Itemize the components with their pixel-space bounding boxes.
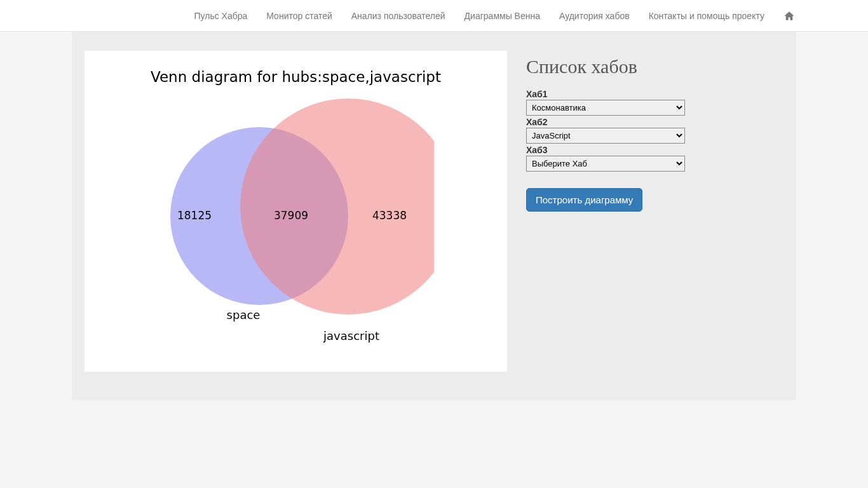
hub2-group: Хаб2 JavaScript — [526, 117, 783, 144]
nav-users[interactable]: Анализ пользователей — [342, 1, 455, 30]
sidebar-heading: Список хабов — [526, 56, 783, 78]
nav-monitor[interactable]: Монитор статей — [257, 1, 341, 30]
sidebar: Список хабов Хаб1 Космонавтика Хаб2 Java… — [526, 51, 783, 381]
nav-audience[interactable]: Аудитория хабов — [550, 1, 639, 30]
build-diagram-button[interactable]: Построить диаграмму — [526, 188, 642, 212]
main-container: Venn diagram for hubs:space,javascript 1… — [72, 32, 796, 400]
venn-diagram: 18125 37909 43338 space javascript — [154, 98, 434, 359]
hub1-select[interactable]: Космонавтика — [526, 100, 685, 116]
hub1-group: Хаб1 Космонавтика — [526, 89, 783, 116]
top-nav: Пульс Хабра Монитор статей Анализ пользо… — [0, 0, 868, 32]
hub3-label: Хаб3 — [526, 145, 783, 155]
venn-chart-panel: Venn diagram for hubs:space,javascript 1… — [85, 51, 507, 372]
venn-only-a-value: 18125 — [177, 209, 212, 222]
hub1-label: Хаб1 — [526, 89, 783, 99]
hub3-group: Хаб3 Выберите Хаб — [526, 145, 783, 172]
hub3-select[interactable]: Выберите Хаб — [526, 156, 685, 172]
hub2-label: Хаб2 — [526, 117, 783, 127]
home-icon — [783, 10, 795, 22]
nav-pulse[interactable]: Пульс Хабра — [184, 1, 257, 30]
venn-label-b: javascript — [323, 329, 379, 342]
hub2-select[interactable]: JavaScript — [526, 128, 685, 144]
nav-contacts[interactable]: Контакты и помощь проекту — [639, 1, 774, 30]
venn-only-b-value: 43338 — [372, 209, 407, 222]
chart-title: Venn diagram for hubs:space,javascript — [85, 69, 507, 85]
nav-venn[interactable]: Диаграммы Венна — [455, 1, 550, 30]
venn-intersection-value: 37909 — [274, 209, 308, 222]
nav-home[interactable] — [774, 0, 804, 30]
venn-label-a: space — [227, 308, 261, 322]
